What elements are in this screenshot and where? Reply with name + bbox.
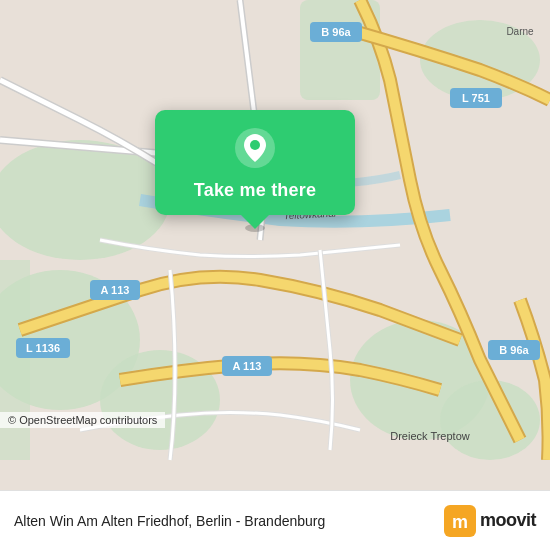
svg-text:B 96a: B 96a: [499, 344, 529, 356]
moovit-logo: m moovit: [444, 505, 536, 537]
map-attribution: © OpenStreetMap contributors: [0, 412, 165, 428]
svg-text:L 751: L 751: [462, 92, 490, 104]
popup-card[interactable]: Take me there: [155, 110, 355, 215]
svg-text:Dreieck Treptow: Dreieck Treptow: [390, 430, 470, 442]
location-text: Alten Win Am Alten Friedhof, Berlin - Br…: [14, 513, 432, 529]
svg-text:A 113: A 113: [101, 284, 130, 296]
svg-text:Darne: Darne: [506, 26, 534, 37]
popup-label: Take me there: [194, 180, 316, 201]
bottom-bar: Alten Win Am Alten Friedhof, Berlin - Br…: [0, 490, 550, 550]
map-container: A 113 A 113 B 96a L 751 B 96a L 1136 Tel…: [0, 0, 550, 490]
moovit-text: moovit: [480, 510, 536, 531]
location-pin-icon: [233, 126, 277, 170]
svg-text:m: m: [452, 512, 468, 532]
moovit-icon: m: [444, 505, 476, 537]
svg-text:A 113: A 113: [233, 360, 262, 372]
svg-text:B 96a: B 96a: [321, 26, 351, 38]
svg-text:L 1136: L 1136: [26, 342, 60, 354]
svg-rect-8: [0, 260, 30, 460]
svg-point-26: [250, 140, 260, 150]
